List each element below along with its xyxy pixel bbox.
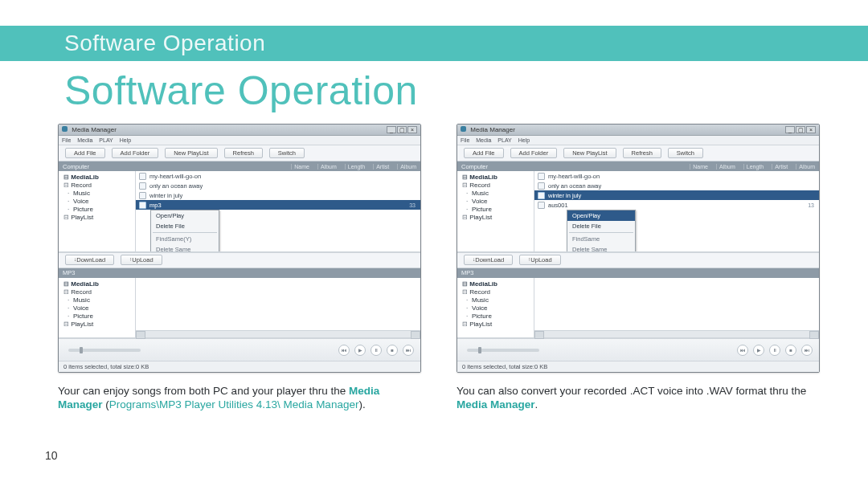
- menubar: File Media PLAY Help: [59, 136, 420, 145]
- next-button[interactable]: ⏭: [403, 345, 414, 356]
- tree-playlist[interactable]: PlayList: [462, 214, 530, 221]
- minimize-button[interactable]: _: [387, 126, 396, 133]
- computer-file-list[interactable]: my-heart-will-go-on only an ocean away w…: [534, 171, 819, 251]
- tree-voice[interactable]: Voice: [462, 304, 530, 312]
- horizontal-scrollbar[interactable]: [534, 330, 819, 337]
- computer-tree[interactable]: MediaLib Record Music Voice Picture Play…: [59, 171, 136, 251]
- right-caption: You can also convert your recorded .ACT …: [457, 384, 820, 412]
- col-album2: Album: [796, 164, 815, 169]
- computer-file-list[interactable]: my-heart-will-go-on only an ocean away w…: [136, 171, 420, 251]
- list-item[interactable]: aus00113: [534, 200, 819, 210]
- maximize-button[interactable]: ▢: [397, 126, 407, 133]
- context-menu[interactable]: Open/Play Delete File FindSame(Y) Delete…: [150, 210, 219, 251]
- switch-button[interactable]: Switch: [668, 148, 703, 158]
- switch-button[interactable]: Switch: [269, 148, 305, 158]
- ctx-sep: [569, 232, 633, 233]
- tree-playlist[interactable]: PlayList: [462, 321, 530, 328]
- ctx-findsame[interactable]: FindSame: [567, 234, 635, 244]
- upload-button[interactable]: ↑UpLoad: [121, 255, 162, 265]
- tree-playlist[interactable]: PlayList: [63, 321, 132, 328]
- close-button[interactable]: ×: [407, 126, 417, 133]
- tree-voice[interactable]: Voice: [63, 304, 132, 312]
- menu-media[interactable]: Media: [476, 137, 491, 143]
- tree-music[interactable]: Music: [462, 190, 530, 197]
- menu-media[interactable]: Media: [77, 137, 92, 143]
- list-item[interactable]: only an ocean away: [136, 181, 420, 190]
- list-item-selected[interactable]: mp333: [136, 200, 420, 210]
- file-icon: [538, 173, 545, 180]
- tree-medialib[interactable]: MediaLib: [63, 280, 132, 288]
- ctx-delsame[interactable]: Delete Same: [151, 244, 219, 251]
- menu-play[interactable]: PLAY: [497, 137, 511, 143]
- prev-button[interactable]: ⏮: [737, 345, 748, 356]
- tree-music[interactable]: Music: [63, 296, 132, 304]
- download-button[interactable]: ↓DownLoad: [65, 255, 114, 265]
- maximize-button[interactable]: ▢: [796, 126, 805, 133]
- pause-button[interactable]: ⏸: [769, 345, 780, 356]
- computer-tree[interactable]: MediaLib Record Music Voice Picture Play…: [457, 171, 534, 251]
- tree-playlist[interactable]: PlayList: [63, 214, 132, 221]
- tree-record[interactable]: Record: [462, 182, 530, 189]
- tree-picture[interactable]: Picture: [63, 206, 132, 213]
- tree-medialib[interactable]: MediaLib: [63, 174, 132, 181]
- add-folder-button[interactable]: Add Folder: [510, 148, 558, 158]
- tree-medialib[interactable]: MediaLib: [462, 280, 530, 288]
- refresh-button[interactable]: Refresh: [623, 148, 661, 158]
- add-file-button[interactable]: Add File: [464, 148, 504, 158]
- ctx-delsame[interactable]: Delete Same: [567, 244, 635, 251]
- file-icon: [538, 202, 545, 209]
- prev-button[interactable]: ⏮: [338, 345, 350, 356]
- tree-picture[interactable]: Picture: [462, 312, 530, 320]
- ctx-open[interactable]: Open/Play: [151, 210, 219, 221]
- play-button[interactable]: ▶: [354, 345, 366, 356]
- tree-medialib[interactable]: MediaLib: [462, 174, 530, 181]
- context-menu[interactable]: Open/Play Delete File FindSame Delete Sa…: [567, 210, 636, 251]
- ctx-delete[interactable]: Delete File: [151, 221, 219, 231]
- menu-play[interactable]: PLAY: [99, 137, 113, 143]
- add-file-button[interactable]: Add File: [65, 148, 105, 158]
- horizontal-scrollbar[interactable]: [136, 330, 420, 337]
- list-item[interactable]: my-heart-will-go-on: [136, 171, 420, 181]
- menu-file[interactable]: File: [62, 137, 71, 143]
- list-item-selected[interactable]: winter in july: [534, 190, 819, 200]
- status-bar: 0 items selected, total size:0 KB: [59, 361, 420, 372]
- minimize-button[interactable]: _: [785, 126, 795, 133]
- right-column: Media Manager _ ▢ × File Media PLAY Help…: [457, 124, 820, 412]
- tree-picture[interactable]: Picture: [462, 206, 530, 213]
- seek-slider[interactable]: [467, 349, 539, 352]
- menu-help[interactable]: Help: [518, 137, 530, 143]
- close-button[interactable]: ×: [806, 126, 816, 133]
- device-file-list[interactable]: [136, 278, 420, 337]
- new-playlist-button[interactable]: New PlayList: [563, 148, 616, 158]
- menu-file[interactable]: File: [461, 137, 469, 143]
- tree-picture[interactable]: Picture: [63, 312, 132, 320]
- list-item[interactable]: only an ocean away: [534, 181, 819, 190]
- tree-music[interactable]: Music: [63, 190, 132, 197]
- pause-button[interactable]: ⏸: [371, 345, 382, 356]
- stop-button[interactable]: ■: [387, 345, 398, 356]
- tree-music[interactable]: Music: [462, 296, 530, 304]
- ctx-open[interactable]: Open/Play: [567, 210, 635, 221]
- ctx-delete[interactable]: Delete File: [567, 221, 635, 231]
- list-item[interactable]: winter in july: [136, 190, 420, 200]
- stop-button[interactable]: ■: [785, 345, 796, 356]
- upload-button[interactable]: ↑UpLoad: [519, 255, 561, 265]
- add-folder-button[interactable]: Add Folder: [112, 148, 159, 158]
- download-button[interactable]: ↓DownLoad: [464, 255, 513, 265]
- device-file-list[interactable]: [534, 278, 819, 337]
- refresh-button[interactable]: Refresh: [224, 148, 263, 158]
- seek-slider[interactable]: [68, 349, 141, 352]
- tree-record[interactable]: Record: [63, 182, 132, 189]
- list-item[interactable]: my-heart-will-go-on: [534, 171, 819, 181]
- tree-voice[interactable]: Voice: [462, 198, 530, 205]
- new-playlist-button[interactable]: New PlayList: [165, 148, 217, 158]
- tree-record[interactable]: Record: [462, 288, 530, 296]
- device-tree[interactable]: MediaLib Record Music Voice Picture Play…: [59, 278, 136, 337]
- device-tree[interactable]: MediaLib Record Music Voice Picture Play…: [457, 278, 534, 337]
- ctx-findsame[interactable]: FindSame(Y): [151, 234, 219, 244]
- tree-voice[interactable]: Voice: [63, 198, 132, 205]
- next-button[interactable]: ⏭: [801, 345, 813, 356]
- menu-help[interactable]: Help: [120, 137, 131, 143]
- tree-record[interactable]: Record: [63, 288, 132, 296]
- play-button[interactable]: ▶: [753, 345, 764, 356]
